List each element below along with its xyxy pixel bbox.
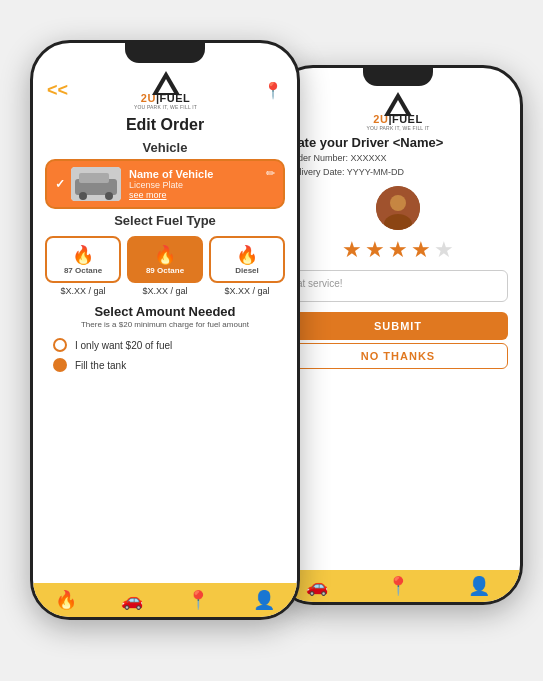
svg-point-6 xyxy=(79,192,87,200)
radio-20-circle[interactable] xyxy=(53,338,67,352)
phones-container: 2U|FUEL YOU PARK IT, WE FILL IT 📍 Rate y… xyxy=(0,0,543,681)
order-number: Order Number: XXXXXX xyxy=(288,151,508,165)
submit-button[interactable]: SUBMIT xyxy=(288,312,508,340)
vehicle-card[interactable]: ✓ Name of Vehicle License Plate see more xyxy=(45,159,285,209)
delivery-date: Delivery Date: YYYY-MM-DD xyxy=(288,165,508,179)
back-nav-location-icon[interactable]: 📍 xyxy=(387,575,409,597)
logo-triangle-icon xyxy=(384,92,412,116)
vehicle-edit-icon[interactable]: ✏ xyxy=(266,167,275,180)
vehicle-check-icon: ✓ xyxy=(55,177,65,191)
back-nav-person-icon[interactable]: 👤 xyxy=(468,575,490,597)
main-phone-content: << 2U|FUEL YOU PARK IT, WE FILL IT 📍 Edi… xyxy=(33,67,297,617)
main-location-icon: 📍 xyxy=(263,81,283,100)
main-logo-triangle-icon xyxy=(152,71,180,95)
star-3[interactable]: ★ xyxy=(388,237,408,263)
star-1[interactable]: ★ xyxy=(342,237,362,263)
flame-87-icon: 🔥 xyxy=(72,246,94,264)
amount-subtitle: There is a $20 minimum charge for fuel a… xyxy=(33,320,297,329)
fuel-87-label: 87 Octane xyxy=(64,266,102,275)
rating-title: Rate your Driver <Name> xyxy=(288,135,508,150)
flame-89-icon: 🔥 xyxy=(154,246,176,264)
stars-row[interactable]: ★ ★ ★ ★ ★ xyxy=(276,237,520,263)
main-bottom-nav: 🔥 🚗 📍 👤 xyxy=(33,583,297,617)
svg-point-1 xyxy=(390,195,406,211)
main-nav-person-icon[interactable]: 👤 xyxy=(253,589,275,611)
svg-rect-5 xyxy=(79,173,109,183)
back-phone-logo: 2U|FUEL YOU PARK IT, WE FILL IT xyxy=(366,92,429,131)
driver-avatar-row xyxy=(276,186,520,230)
fuel-89-price: $X.XX / gal xyxy=(142,286,187,296)
no-thanks-button[interactable]: NO THANKS xyxy=(288,343,508,369)
main-phone: << 2U|FUEL YOU PARK IT, WE FILL IT 📍 Edi… xyxy=(30,40,300,620)
vehicle-info: Name of Vehicle License Plate see more xyxy=(129,168,275,200)
vehicle-plate: License Plate xyxy=(129,180,275,190)
fuel-type-87: 🔥 87 Octane $X.XX / gal xyxy=(45,236,121,296)
radio-20-label: I only want $20 of fuel xyxy=(75,340,172,351)
back-logo-tagline: YOU PARK IT, WE FILL IT xyxy=(366,125,429,131)
fuel-87-button[interactable]: 🔥 87 Octane xyxy=(45,236,121,283)
main-nav-flame-icon[interactable]: 🔥 xyxy=(55,589,77,611)
back-phone-content: 2U|FUEL YOU PARK IT, WE FILL IT 📍 Rate y… xyxy=(276,90,520,602)
fuel-89-label: 89 Octane xyxy=(146,266,184,275)
vehicle-name: Name of Vehicle xyxy=(129,168,275,180)
driver-avatar xyxy=(376,186,420,230)
star-2[interactable]: ★ xyxy=(365,237,385,263)
radio-fill-label: Fill the tank xyxy=(75,360,126,371)
fuel-diesel-button[interactable]: 🔥 Diesel xyxy=(209,236,285,283)
page-title: Edit Order xyxy=(33,116,297,134)
main-phone-notch xyxy=(125,43,205,63)
back-phone: 2U|FUEL YOU PARK IT, WE FILL IT 📍 Rate y… xyxy=(273,65,523,605)
back-phone-notch xyxy=(363,68,433,86)
star-4[interactable]: ★ xyxy=(411,237,431,263)
flame-diesel-icon: 🔥 xyxy=(236,246,258,264)
vehicle-see-more-link[interactable]: see more xyxy=(129,190,275,200)
fuel-types-row: 🔥 87 Octane $X.XX / gal 🔥 89 Octane $X.X… xyxy=(45,236,285,296)
radio-option-fill[interactable]: Fill the tank xyxy=(53,358,277,372)
vehicle-image xyxy=(71,167,121,201)
back-bottom-nav: 🚗 📍 👤 xyxy=(276,570,520,602)
svg-point-7 xyxy=(105,192,113,200)
radio-option-20[interactable]: I only want $20 of fuel xyxy=(53,338,277,352)
fuel-diesel-label: Diesel xyxy=(235,266,259,275)
back-phone-header: 2U|FUEL YOU PARK IT, WE FILL IT 📍 xyxy=(276,90,520,133)
main-nav-car-icon[interactable]: 🚗 xyxy=(121,589,143,611)
fuel-diesel-price: $X.XX / gal xyxy=(224,286,269,296)
fuel-type-diesel: 🔥 Diesel $X.XX / gal xyxy=(209,236,285,296)
fuel-87-price: $X.XX / gal xyxy=(60,286,105,296)
main-nav-location-icon[interactable]: 📍 xyxy=(187,589,209,611)
review-input[interactable]: at service! xyxy=(288,270,508,302)
fuel-section-title: Select Fuel Type xyxy=(33,213,297,228)
main-logo-tagline: YOU PARK IT, WE FILL IT xyxy=(134,104,197,110)
star-5[interactable]: ★ xyxy=(434,237,454,263)
main-phone-header: << 2U|FUEL YOU PARK IT, WE FILL IT 📍 xyxy=(33,67,297,112)
main-logo: 2U|FUEL YOU PARK IT, WE FILL IT xyxy=(134,71,197,110)
vehicle-section-title: Vehicle xyxy=(33,140,297,155)
back-nav-car-icon[interactable]: 🚗 xyxy=(306,575,328,597)
radio-fill-circle[interactable] xyxy=(53,358,67,372)
back-arrow-button[interactable]: << xyxy=(47,80,68,101)
fuel-89-button[interactable]: 🔥 89 Octane xyxy=(127,236,203,283)
fuel-type-89: 🔥 89 Octane $X.XX / gal xyxy=(127,236,203,296)
amount-section-title: Select Amount Needed xyxy=(33,304,297,319)
